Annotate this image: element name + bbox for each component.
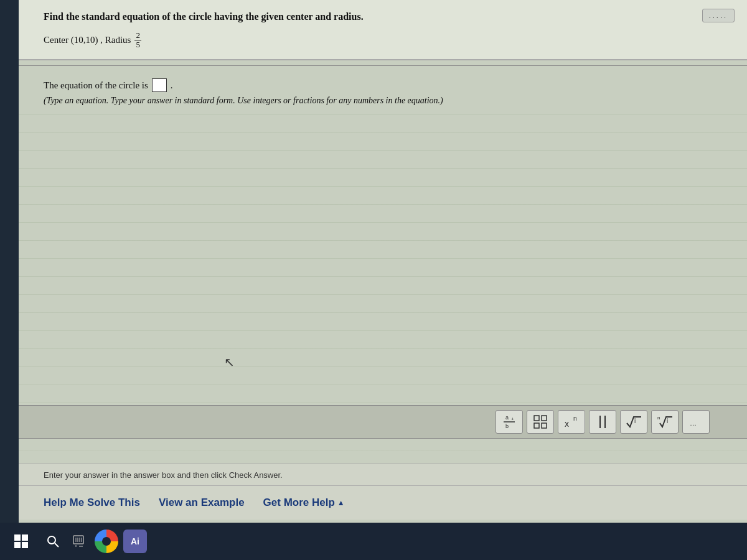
center-radius-line: Center (10,10) , Radius 2 5: [44, 31, 716, 50]
nth-root-button[interactable]: n i: [651, 410, 679, 434]
hint-text: Enter your answer in the answer box and …: [44, 470, 283, 480]
equation-line: The equation of the circle is .: [44, 78, 728, 92]
left-sidebar: [0, 0, 19, 523]
superscript-button[interactable]: x n: [558, 410, 585, 434]
superscript-icon: x n: [563, 413, 580, 431]
matrix-button[interactable]: [527, 410, 554, 434]
content-middle: ↖: [19, 109, 747, 439]
svg-text:+: +: [511, 416, 514, 422]
svg-rect-5: [542, 416, 547, 421]
taskbar-desktop-button[interactable]: [70, 531, 90, 551]
svg-rect-19: [22, 542, 28, 548]
svg-rect-22: [73, 536, 83, 544]
view-example-button[interactable]: View an Example: [159, 497, 245, 509]
more-help-arrow-icon: ▲: [337, 498, 345, 507]
teams-button[interactable]: Ai: [123, 530, 147, 553]
matrix-icon: [532, 413, 549, 431]
absolute-value-icon: [594, 413, 611, 431]
svg-rect-18: [14, 542, 21, 548]
question-area: ..... Find the standard equation of the …: [19, 0, 747, 60]
svg-rect-17: [22, 534, 28, 541]
help-me-solve-button[interactable]: Help Me Solve This: [44, 497, 140, 509]
get-more-help-button[interactable]: Get More Help ▲: [263, 497, 345, 509]
answer-input[interactable]: [152, 78, 167, 92]
teams-label: Ai: [131, 536, 139, 546]
svg-text:i: i: [667, 418, 668, 424]
svg-rect-6: [534, 423, 539, 428]
equation-note: (Type an equation. Type your answer in s…: [44, 96, 728, 106]
svg-text:n: n: [573, 415, 577, 422]
action-bar: Help Me Solve This View an Example Get M…: [19, 485, 747, 520]
more-math-button[interactable]: …: [682, 410, 710, 434]
fraction-icon: a b +: [500, 413, 518, 431]
sqrt-button[interactable]: i: [620, 410, 647, 434]
windows-icon: [14, 534, 28, 548]
search-icon: [47, 535, 59, 548]
svg-rect-4: [534, 416, 539, 421]
math-toolbar: a b + x n i: [19, 405, 747, 439]
svg-text:…: …: [690, 419, 697, 427]
svg-text:b: b: [505, 423, 509, 429]
cursor-icon: ↖: [224, 355, 235, 370]
absolute-value-button[interactable]: [589, 410, 616, 434]
svg-line-21: [55, 543, 59, 547]
windows-start-button[interactable]: [6, 526, 36, 556]
svg-rect-7: [542, 423, 547, 428]
taskbar-search-button[interactable]: [41, 530, 65, 553]
svg-rect-16: [14, 534, 21, 541]
question-title: Find the standard equation of the circle…: [44, 11, 716, 22]
svg-text:x: x: [565, 419, 569, 429]
svg-text:a: a: [505, 414, 509, 421]
more-math-icon: …: [687, 413, 705, 431]
taskbar: Ai: [0, 523, 747, 560]
svg-point-20: [48, 536, 55, 544]
hint-bar: Enter your answer in the answer box and …: [19, 464, 747, 485]
sqrt-icon: i: [625, 413, 642, 431]
desktop-icon: [73, 534, 87, 548]
chrome-icon[interactable]: [95, 530, 118, 553]
more-options-button[interactable]: .....: [702, 9, 735, 22]
more-options-label: .....: [709, 12, 728, 19]
svg-text:n: n: [657, 415, 660, 421]
fraction-button[interactable]: a b +: [496, 410, 523, 434]
radius-fraction: 2 5: [134, 31, 141, 50]
nth-root-icon: n i: [656, 413, 674, 431]
svg-text:i: i: [634, 418, 636, 424]
